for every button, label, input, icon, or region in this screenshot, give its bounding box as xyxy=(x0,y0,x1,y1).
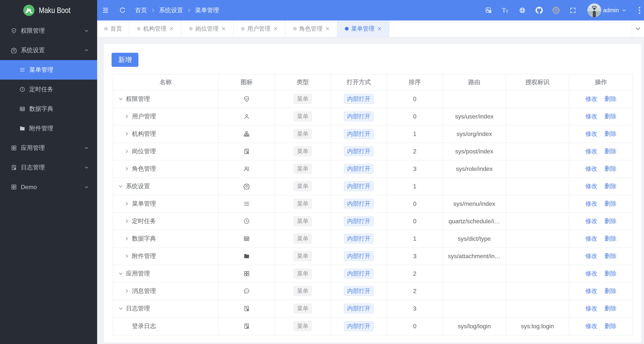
svg-text:T: T xyxy=(506,9,508,14)
svg-text:T: T xyxy=(502,7,506,13)
